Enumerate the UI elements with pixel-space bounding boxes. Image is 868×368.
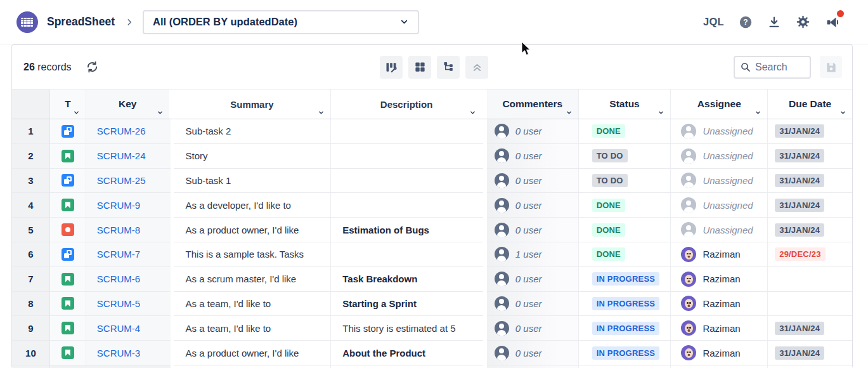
issue-key-cell[interactable]: SCRUM-3 — [86, 341, 171, 365]
status-cell[interactable]: DONE — [579, 218, 671, 242]
row-number[interactable]: 10 — [12, 341, 50, 365]
issue-key-link[interactable]: SCRUM-7 — [97, 249, 140, 260]
collapse-all-button[interactable] — [465, 56, 488, 79]
header-assignee[interactable]: Assignee — [671, 89, 768, 119]
assignee-cell[interactable]: Unassigned — [671, 218, 768, 242]
commenters-cell[interactable]: 0 user — [487, 341, 579, 365]
due-date-cell[interactable]: 31/JAN/24 — [768, 144, 852, 169]
issue-key-link[interactable]: SCRUM-8 — [97, 225, 140, 235]
due-date-cell[interactable]: 31/JAN/24 — [768, 169, 852, 194]
gear-icon[interactable] — [796, 15, 810, 29]
summary-cell[interactable]: As a team, I'd like to — [174, 292, 332, 317]
commenters-cell[interactable]: 0 user — [487, 292, 579, 317]
issue-type-cell[interactable] — [50, 341, 86, 365]
summary-cell[interactable]: Story — [174, 144, 332, 169]
due-date-cell[interactable] — [768, 267, 852, 292]
summary-cell[interactable]: This is a sample task. Tasks — [174, 242, 332, 267]
jql-button[interactable]: JQL — [703, 16, 724, 28]
status-cell[interactable]: DONE — [579, 193, 671, 218]
status-cell[interactable]: IN PROGRESS — [579, 267, 671, 292]
issue-key-link[interactable]: SCRUM-5 — [97, 298, 140, 309]
assignee-cell[interactable]: Unassigned — [671, 119, 768, 144]
chevron-down-icon[interactable] — [657, 109, 664, 116]
assignee-cell[interactable]: Raziman — [671, 267, 768, 292]
column-settings-button[interactable] — [380, 56, 403, 79]
assignee-cell[interactable]: Raziman — [671, 292, 768, 317]
status-cell[interactable]: TO DO — [579, 144, 671, 169]
due-date-cell[interactable]: 31/JAN/24 — [768, 193, 852, 218]
description-cell[interactable] — [331, 119, 483, 144]
description-cell[interactable] — [331, 169, 483, 194]
summary-cell[interactable]: Sub-task 2 — [174, 119, 332, 144]
summary-cell[interactable]: As a team, I'd like to — [174, 316, 332, 341]
issue-key-link[interactable]: SCRUM-24 — [97, 150, 146, 161]
issue-type-cell[interactable] — [50, 292, 86, 317]
description-cell[interactable] — [331, 193, 483, 218]
status-cell[interactable]: DONE — [579, 242, 671, 267]
assignee-cell[interactable]: Unassigned — [671, 193, 768, 218]
search-box[interactable] — [734, 56, 811, 79]
commenters-cell[interactable]: 0 user — [487, 169, 579, 194]
row-number[interactable]: 8 — [12, 292, 50, 317]
due-date-cell[interactable]: 29/DEC/23 — [768, 242, 852, 267]
assignee-cell[interactable]: Unassigned — [671, 169, 768, 194]
assignee-cell[interactable]: Unassigned — [671, 144, 768, 169]
header-status[interactable]: Status — [579, 89, 671, 119]
issue-key-link[interactable]: SCRUM-9 — [97, 200, 140, 211]
status-cell[interactable]: TO DO — [579, 169, 671, 194]
issue-type-cell[interactable] — [50, 316, 86, 341]
chevron-down-icon[interactable] — [469, 109, 476, 116]
issue-key-link[interactable]: SCRUM-3 — [97, 348, 140, 358]
header-due-date[interactable]: Due Date — [768, 89, 852, 119]
due-date-cell[interactable]: 31/JAN/24 — [768, 316, 852, 341]
refresh-icon[interactable] — [86, 60, 99, 74]
commenters-cell[interactable]: 0 user — [487, 144, 579, 169]
status-cell[interactable]: IN PROGRESS — [579, 292, 671, 317]
header-summary[interactable]: Summary — [174, 89, 332, 119]
issue-type-cell[interactable] — [50, 242, 86, 267]
row-number[interactable]: 5 — [12, 218, 50, 242]
header-key[interactable]: Key — [86, 89, 171, 119]
due-date-cell[interactable]: 31/JAN/24 — [768, 119, 852, 144]
issue-key-link[interactable]: SCRUM-6 — [97, 273, 140, 284]
description-cell[interactable] — [331, 144, 483, 169]
megaphone-icon[interactable] — [825, 15, 840, 30]
row-number[interactable]: 2 — [12, 144, 50, 169]
due-date-cell[interactable]: 31/JAN/24 — [768, 341, 852, 365]
description-cell[interactable]: Estimation of Bugs — [331, 218, 483, 242]
issue-key-cell[interactable]: SCRUM-7 — [86, 242, 171, 267]
row-number[interactable]: 6 — [12, 242, 50, 267]
header-type[interactable]: T — [50, 89, 86, 119]
summary-cell[interactable]: As a scrum master, I'd like — [174, 267, 332, 292]
commenters-cell[interactable]: 1 user — [487, 242, 579, 267]
description-cell[interactable]: Task Breakdown — [331, 267, 483, 292]
row-number[interactable]: 7 — [12, 267, 50, 292]
commenters-cell[interactable]: 0 user — [487, 267, 579, 292]
due-date-cell[interactable]: 31/JAN/24 — [768, 218, 852, 242]
hierarchy-view-button[interactable] — [437, 56, 460, 79]
issue-key-link[interactable]: SCRUM-4 — [97, 323, 140, 334]
chevron-down-icon[interactable] — [73, 109, 80, 116]
description-cell[interactable] — [331, 242, 483, 267]
assignee-cell[interactable]: Raziman — [671, 316, 768, 341]
grid-view-button[interactable] — [408, 56, 431, 79]
help-icon[interactable]: ? — [739, 15, 753, 29]
due-date-cell[interactable] — [768, 292, 852, 317]
issue-key-cell[interactable]: SCRUM-4 — [86, 316, 171, 341]
save-button[interactable] — [820, 56, 842, 78]
row-number[interactable]: 3 — [12, 169, 50, 194]
summary-cell[interactable]: Sub-task 1 — [174, 169, 332, 194]
issue-key-cell[interactable]: SCRUM-6 — [86, 267, 171, 292]
commenters-cell[interactable]: 0 user — [487, 218, 579, 242]
issue-type-cell[interactable] — [50, 119, 86, 144]
row-number[interactable]: 9 — [12, 316, 50, 341]
issue-key-cell[interactable]: SCRUM-5 — [86, 292, 171, 317]
summary-cell[interactable]: As a product owner, I'd like — [174, 341, 332, 365]
row-number[interactable]: 1 — [12, 119, 50, 144]
commenters-cell[interactable]: 0 user — [487, 193, 579, 218]
row-number[interactable]: 4 — [12, 193, 50, 218]
description-cell[interactable]: This story is estimated at 5 — [331, 316, 483, 341]
issue-type-cell[interactable] — [50, 144, 86, 169]
commenters-cell[interactable]: 0 user — [487, 316, 579, 341]
commenters-cell[interactable]: 0 user — [487, 119, 579, 144]
